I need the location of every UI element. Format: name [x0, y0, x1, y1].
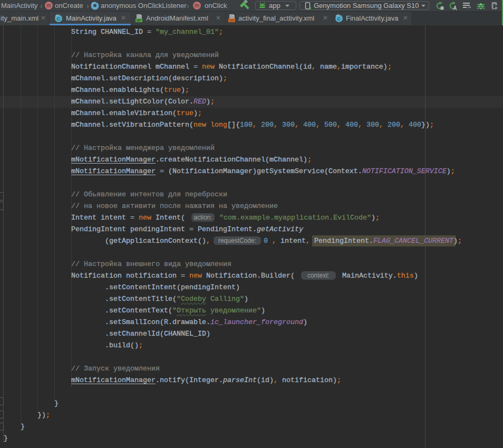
svg-text:</>: </> — [229, 18, 234, 22]
svg-text:m: m — [195, 3, 199, 8]
svg-text:C: C — [337, 16, 341, 22]
svg-text:m: m — [46, 3, 51, 8]
svg-text:C: C — [57, 16, 61, 22]
svg-text:MF: MF — [137, 18, 141, 22]
